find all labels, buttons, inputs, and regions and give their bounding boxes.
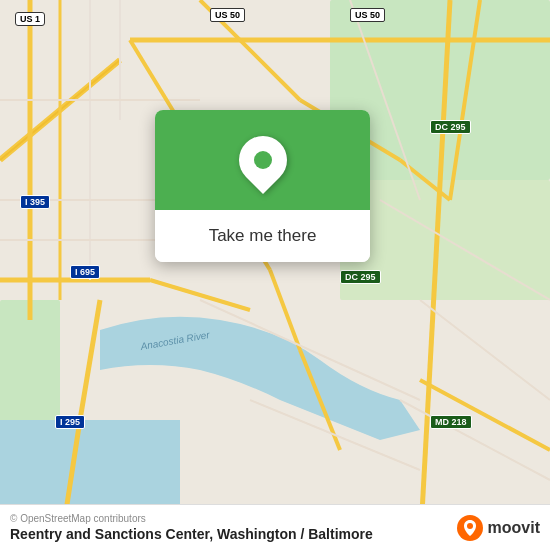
moovit-logo: moovit	[456, 514, 540, 542]
location-name: Reentry and Sanctions Center, Washington…	[10, 526, 373, 542]
bottom-bar-left: © OpenStreetMap contributors Reentry and…	[10, 513, 373, 542]
attribution-text: © OpenStreetMap contributors	[10, 513, 373, 524]
road-sign-md218: MD 218	[430, 415, 472, 429]
road-sign-us50-right: US 50	[350, 8, 385, 22]
map-pin	[229, 126, 297, 194]
road-sign-i695: I 695	[70, 265, 100, 279]
svg-line-14	[150, 280, 250, 310]
road-sign-dc295-mid: DC 295	[340, 270, 381, 284]
popup-green-header	[155, 110, 370, 210]
moovit-text: moovit	[488, 519, 540, 537]
take-me-there-button[interactable]: Take me there	[155, 210, 370, 262]
road-sign-dc295-top: DC 295	[430, 120, 471, 134]
map-container: US 1 US 50 US 50 DC 295 DC 295 I 395 I 6…	[0, 0, 550, 550]
popup-card: Take me there	[155, 110, 370, 262]
svg-line-18	[80, 300, 100, 420]
svg-line-28	[420, 300, 550, 400]
road-sign-i395: I 395	[20, 195, 50, 209]
map-pin-inner	[254, 151, 272, 169]
road-sign-i295: I 295	[55, 415, 85, 429]
road-sign-us1: US 1	[15, 12, 45, 26]
road-sign-us50-left: US 50	[210, 8, 245, 22]
moovit-icon-svg	[456, 514, 484, 542]
bottom-bar-content: © OpenStreetMap contributors Reentry and…	[10, 513, 540, 542]
svg-point-34	[467, 523, 473, 529]
bottom-bar: © OpenStreetMap contributors Reentry and…	[0, 504, 550, 550]
